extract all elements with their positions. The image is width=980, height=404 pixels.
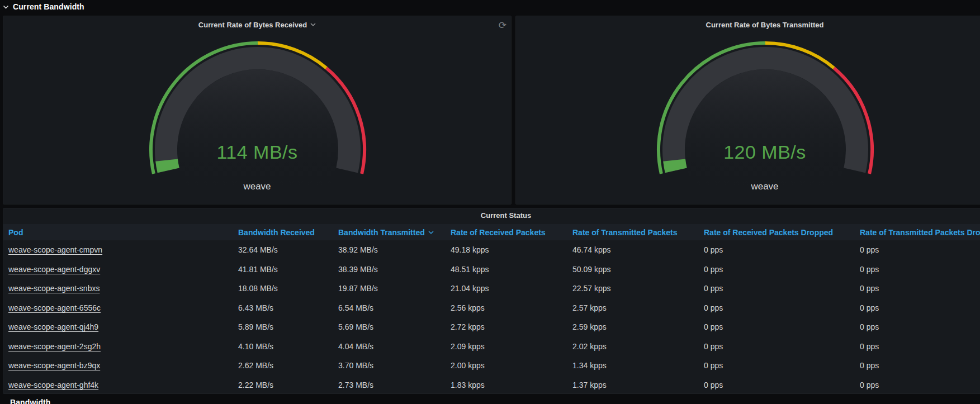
table-cell: 32.64 MB/s [238, 245, 338, 254]
table-title: Current Status [3, 211, 980, 220]
panel-title: Current Rate of Bytes Transmitted [706, 21, 824, 29]
column-header-label: Rate of Transmitted Packets [572, 228, 678, 237]
panel-current-status: Current Status PodBandwidth ReceivedBand… [3, 208, 980, 394]
panel-bytes-transmitted: Current Rate of Bytes Transmitted 120 MB… [515, 16, 980, 205]
column-header-rate-of-received-packets-dropped[interactable]: Rate of Received Packets Dropped [704, 228, 860, 237]
sort-chevron-down-icon [428, 231, 434, 234]
table-row: weave-scope-agent-6556c6.43 MB/s6.54 MB/… [3, 298, 980, 318]
table-cell: 2.57 kpps [572, 303, 704, 312]
table-cell: 0 pps [704, 265, 860, 274]
table-cell: 21.04 kpps [451, 284, 572, 293]
table-cell: 1.34 kpps [572, 361, 704, 370]
table-cell: 0 pps [704, 322, 860, 331]
table-cell: 4.04 MB/s [338, 342, 451, 351]
column-header-label: Rate of Transmitted Packets Dropped [860, 228, 980, 237]
table-cell: 2.62 MB/s [238, 361, 338, 370]
table-cell: 38.92 MB/s [338, 245, 451, 254]
column-header-pod[interactable]: Pod [8, 228, 238, 237]
table-cell: 0 pps [704, 381, 860, 389]
table-row: weave-scope-agent-cmpvn32.64 MB/s38.92 M… [3, 240, 980, 260]
table-cell: 38.39 MB/s [338, 265, 451, 274]
pod-link[interactable]: weave-scope-agent-2sg2h [8, 342, 238, 351]
table-cell: 6.54 MB/s [338, 303, 451, 312]
pod-link[interactable]: weave-scope-agent-ghf4k [8, 381, 238, 389]
panel-title: Current Rate of Bytes Received [198, 21, 307, 29]
table-cell: 2.00 kpps [451, 361, 572, 370]
table-cell: 2.73 MB/s [338, 381, 451, 389]
table-cell: 0 pps [860, 342, 980, 351]
column-header-rate-of-received-packets[interactable]: Rate of Received Packets [451, 228, 572, 237]
table-cell: 2.56 kpps [451, 303, 572, 312]
table-cell: 46.74 kpps [572, 245, 704, 254]
table-cell: 48.51 kpps [451, 265, 572, 274]
column-header-label: Pod [8, 228, 23, 237]
table-cell: 1.83 kpps [451, 381, 572, 389]
table-cell: 0 pps [860, 265, 980, 274]
table-cell: 0 pps [704, 361, 860, 370]
table-cell: 2.09 kpps [451, 342, 572, 351]
table-cell: 22.57 kpps [572, 284, 704, 293]
table-cell: 0 pps [860, 245, 980, 254]
row-header-bandwidth[interactable]: Bandwidth [0, 398, 50, 404]
column-header-label: Rate of Received Packets Dropped [704, 228, 833, 237]
gauge-entity-label: weave [516, 181, 980, 192]
panel-title-row[interactable]: Current Rate of Bytes Transmitted [516, 16, 980, 33]
table-cell: 0 pps [860, 303, 980, 312]
chevron-down-icon [310, 23, 316, 26]
table-row: weave-scope-agent-qj4h95.89 MB/s5.69 MB/… [3, 317, 980, 337]
panel-title-row[interactable]: Current Rate of Bytes Received [3, 16, 511, 33]
table-cell: 1.37 kpps [572, 381, 704, 389]
table-row: weave-scope-agent-2sg2h4.10 MB/s4.04 MB/… [3, 337, 980, 357]
column-header-label: Bandwidth Received [238, 228, 315, 237]
column-header-bandwidth-transmitted[interactable]: Bandwidth Transmitted [338, 228, 451, 237]
table-cell: 5.89 MB/s [238, 322, 338, 331]
table-cell: 49.18 kpps [451, 245, 572, 254]
pod-link[interactable]: weave-scope-agent-bz9qx [8, 361, 238, 370]
table-cell: 0 pps [704, 245, 860, 254]
table-row: weave-scope-agent-dggxv41.81 MB/s38.39 M… [3, 260, 980, 279]
chevron-down-icon [3, 5, 9, 9]
row-title: Current Bandwidth [13, 2, 84, 11]
table-cell: 41.81 MB/s [238, 265, 338, 274]
pod-link[interactable]: weave-scope-agent-dggxv [8, 265, 238, 274]
table-header-row: PodBandwidth ReceivedBandwidth Transmitt… [3, 224, 980, 240]
table-body: weave-scope-agent-cmpvn32.64 MB/s38.92 M… [3, 240, 980, 393]
pod-link[interactable]: weave-scope-agent-cmpvn [8, 245, 238, 254]
gauge-bytes-received [3, 16, 511, 204]
table-row: weave-scope-agent-snbxs18.08 MB/s19.87 M… [3, 279, 980, 298]
row-header-current-bandwidth[interactable]: Current Bandwidth [0, 0, 980, 13]
table-cell: 0 pps [860, 381, 980, 389]
table-cell: 50.09 kpps [572, 265, 704, 274]
table-cell: 2.59 kpps [572, 322, 704, 331]
pod-link[interactable]: weave-scope-agent-qj4h9 [8, 322, 238, 331]
column-header-bandwidth-received[interactable]: Bandwidth Received [238, 228, 338, 237]
gauge-entity-label: weave [3, 181, 511, 192]
table-cell: 0 pps [860, 284, 980, 293]
table-cell: 6.43 MB/s [238, 303, 338, 312]
column-header-label: Rate of Received Packets [451, 228, 546, 237]
table-row: weave-scope-agent-ghf4k2.22 MB/s2.73 MB/… [3, 376, 980, 394]
table-cell: 5.69 MB/s [338, 322, 451, 331]
gauge-bytes-transmitted [516, 16, 980, 204]
table-cell: 0 pps [860, 322, 980, 331]
pod-link[interactable]: weave-scope-agent-6556c [8, 303, 238, 312]
grafana-dashboard: { "section": { "title": "Current Bandwid… [0, 0, 980, 404]
refresh-icon[interactable]: ⟳ [499, 21, 506, 30]
gauge-value: 114 MB/s [3, 141, 511, 163]
table-cell: 3.70 MB/s [338, 361, 451, 370]
column-header-rate-of-transmitted-packets[interactable]: Rate of Transmitted Packets [572, 228, 704, 237]
row-title: Bandwidth [10, 398, 50, 404]
table-cell: 19.87 MB/s [338, 284, 451, 293]
table-cell: 0 pps [860, 361, 980, 370]
table-cell: 0 pps [704, 342, 860, 351]
gauge-value: 120 MB/s [516, 141, 980, 163]
table-cell: 2.72 kpps [451, 322, 572, 331]
table-cell: 0 pps [704, 303, 860, 312]
table-cell: 18.08 MB/s [238, 284, 338, 293]
table-cell: 2.22 MB/s [238, 381, 338, 389]
table-cell: 0 pps [704, 284, 860, 293]
pod-link[interactable]: weave-scope-agent-snbxs [8, 284, 238, 293]
column-header-rate-of-transmitted-packets-dropped[interactable]: Rate of Transmitted Packets Dropped [860, 228, 980, 237]
column-header-label: Bandwidth Transmitted [338, 228, 425, 237]
table-cell: 2.02 kpps [572, 342, 704, 351]
